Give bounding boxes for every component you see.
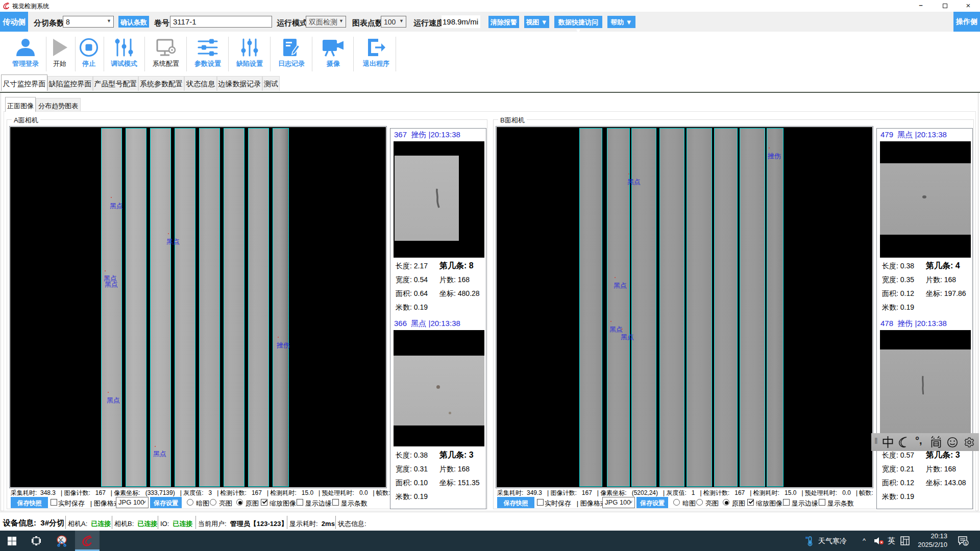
svg-text:6: 6 [964, 541, 967, 546]
